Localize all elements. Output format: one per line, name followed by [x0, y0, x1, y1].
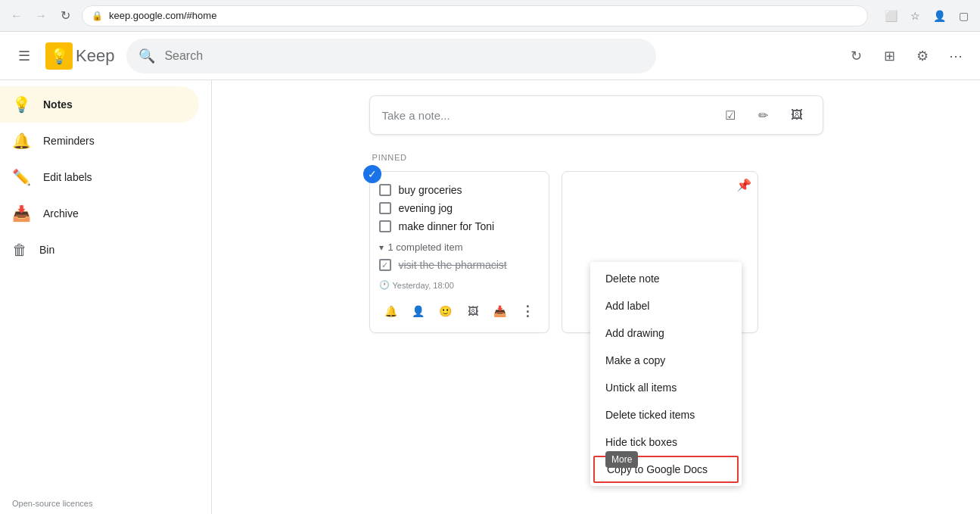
url-text: keep.google.com/#home [109, 10, 216, 21]
settings-button[interactable]: ⚙ [907, 41, 938, 71]
take-note-image-button[interactable]: 🖼 [783, 101, 810, 129]
check-item-text-2: evening jog [399, 202, 453, 214]
emoji-button[interactable]: 🙂 [434, 299, 458, 323]
check-badge: ✓ [363, 165, 381, 183]
reminders-icon: 🔔 [12, 132, 31, 150]
refresh-button[interactable]: ↻ [841, 41, 871, 71]
notes-icon: 💡 [12, 95, 31, 114]
archive-button[interactable]: 📥 [488, 299, 512, 323]
completed-checkbox-1[interactable] [379, 259, 391, 271]
app-body: 💡 Notes 🔔 Reminders ✏️ Edit labels 📥 Arc… [0, 80, 980, 514]
more-button[interactable]: ⋮ [515, 299, 540, 323]
app-footer: Open-source licences [0, 496, 104, 511]
timestamp-text: Yesterday, 18:00 [393, 281, 454, 290]
menu-item-make-copy[interactable]: Make a copy [590, 347, 742, 374]
sidebar-label-notes: Notes [43, 98, 73, 111]
note-card-wrapper: ✓ buy groceries evening jog [369, 171, 549, 333]
note-timestamp: 🕐 Yesterday, 18:00 [379, 280, 540, 290]
cast-button[interactable]: ⬜ [880, 5, 901, 26]
forward-button[interactable]: → [30, 5, 51, 26]
collaborator-button[interactable]: 👤 [406, 299, 431, 323]
search-bar[interactable]: 🔍 [126, 39, 656, 73]
main-content: Take a note... ☑ ✏ 🖼 PINNED ✓ [212, 80, 980, 514]
completed-header[interactable]: ▾ 1 completed item [379, 238, 540, 256]
sidebar-item-archive[interactable]: 📥 Archive [0, 195, 199, 232]
logo-text: Keep [76, 46, 114, 66]
menu-item-untick-all[interactable]: Untick all items [590, 374, 742, 401]
check-item-1: buy groceries [379, 181, 540, 199]
sidebar-item-notes[interactable]: 💡 Notes [0, 86, 199, 123]
sidebar-item-edit-labels[interactable]: ✏️ Edit labels [0, 159, 199, 195]
header-right: ↻ ⊞ ⚙ ⋯ [841, 41, 971, 71]
archive-icon: 📥 [12, 204, 31, 223]
app-container: ☰ 💡 Keep 🔍 ↻ ⊞ ⚙ ⋯ 💡 Notes 🔔 Reminders [0, 32, 980, 514]
completed-section: ▾ 1 completed item visit the the pharmac… [379, 238, 540, 274]
sidebar-label-reminders: Reminders [43, 135, 95, 147]
image-button[interactable]: 🖼 [461, 299, 485, 323]
bin-icon: 🗑 [12, 241, 27, 259]
check-item-text-3: make dinner for Toni [399, 220, 495, 232]
sidebar-label-archive: Archive [43, 207, 79, 220]
apps-button[interactable]: ⋯ [941, 41, 971, 71]
take-note-bar[interactable]: Take a note... ☑ ✏ 🖼 [369, 95, 823, 135]
completed-item-1: visit the the pharmacist [379, 256, 540, 274]
sidebar: 💡 Notes 🔔 Reminders ✏️ Edit labels 📥 Arc… [0, 80, 212, 514]
checkbox-3[interactable] [379, 220, 391, 232]
checkbox-2[interactable] [379, 202, 391, 214]
menu-item-add-drawing[interactable]: Add drawing [590, 319, 742, 347]
address-bar: 🔒 keep.google.com/#home [82, 5, 868, 26]
pin-icon[interactable]: 📌 [736, 178, 751, 192]
reload-button[interactable]: ↻ [54, 5, 76, 26]
browser-chrome: ← → ↻ 🔒 keep.google.com/#home ⬜ ☆ 👤 ▢ [0, 0, 980, 32]
hamburger-button[interactable]: ☰ [9, 41, 39, 71]
check-item-3: make dinner for Toni [379, 217, 540, 235]
logo-area: 💡 Keep [45, 42, 114, 70]
pinned-section-label: PINNED [369, 153, 823, 162]
bookmark-button[interactable]: ☆ [904, 5, 926, 26]
sidebar-item-bin[interactable]: 🗑 Bin [0, 232, 199, 268]
browser-actions: ⬜ ☆ 👤 ▢ [880, 5, 974, 26]
completed-item-text-1: visit the the pharmacist [399, 259, 507, 271]
lock-icon: 🔒 [92, 11, 103, 21]
take-note-checkbox-button[interactable]: ☑ [717, 101, 744, 129]
note-card[interactable]: buy groceries evening jog make dinner fo… [369, 171, 549, 333]
edit-labels-icon: ✏️ [12, 168, 31, 186]
footer-text: Open-source licences [12, 499, 92, 508]
menu-item-add-label[interactable]: Add label [590, 292, 742, 319]
menu-item-delete-note[interactable]: Delete note [590, 265, 742, 292]
check-item-text-1: buy groceries [399, 184, 462, 196]
app-header: ☰ 💡 Keep 🔍 ↻ ⊞ ⚙ ⋯ [0, 32, 980, 80]
completed-count: 1 completed item [388, 241, 463, 253]
check-item-2: evening jog [379, 199, 540, 217]
more-tooltip: More [605, 451, 638, 468]
menu-item-delete-ticked[interactable]: Delete ticked items [590, 401, 742, 428]
window-button[interactable]: ▢ [953, 5, 974, 26]
logo-icon: 💡 [45, 42, 73, 70]
take-note-placeholder: Take a note... [382, 109, 717, 122]
sidebar-label-bin: Bin [39, 244, 54, 256]
sidebar-item-reminders[interactable]: 🔔 Reminders [0, 123, 199, 159]
note-footer: 🔔 👤 🙂 🖼 📥 ⋮ [379, 296, 540, 323]
take-note-actions: ☑ ✏ 🖼 [717, 101, 810, 129]
search-icon: 🔍 [138, 48, 155, 64]
reminder-button[interactable]: 🔔 [379, 299, 403, 323]
grid-view-button[interactable]: ⊞ [874, 41, 904, 71]
search-input[interactable] [164, 49, 644, 63]
profile-button[interactable]: 👤 [929, 5, 950, 26]
chevron-down-icon: ▾ [379, 242, 384, 253]
sidebar-label-edit-labels: Edit labels [43, 171, 92, 183]
checkbox-1[interactable] [379, 184, 391, 196]
take-note-pencil-button[interactable]: ✏ [750, 101, 777, 129]
clock-icon: 🕐 [379, 280, 390, 290]
back-button[interactable]: ← [6, 5, 27, 26]
nav-buttons: ← → ↻ [6, 5, 76, 26]
